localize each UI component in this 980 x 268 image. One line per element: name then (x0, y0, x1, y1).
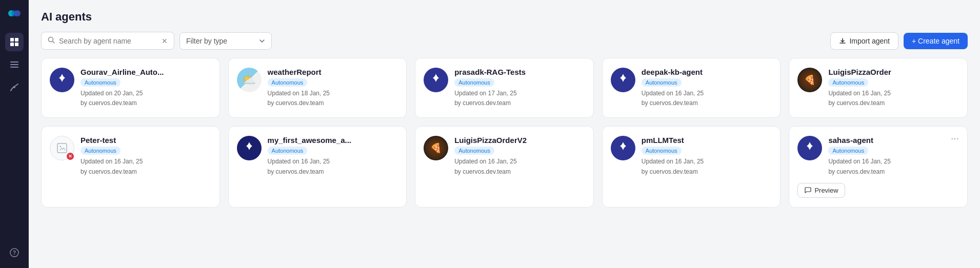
agent-card-header: sahas-agent Autonomous Updated on 16 Jan… (797, 136, 959, 176)
svg-rect-4 (10, 38, 14, 42)
agent-card[interactable]: deepak-kb-agent Autonomous Updated on 16… (602, 58, 781, 118)
agent-meta: Updated on 20 Jan, 25by cuervos.dev.team (81, 89, 211, 108)
agent-meta: Updated on 16 Jan, 25by cuervos.dev.team (642, 157, 772, 176)
agent-info: Peter-test Autonomous Updated on 16 Jan,… (81, 136, 211, 176)
agent-type-badge: Autonomous (828, 147, 868, 155)
toolbar: ✕ Filter by type Import agent + Create a… (41, 32, 968, 50)
agent-card-header: deepak-kb-agent Autonomous Updated on 16… (611, 68, 772, 108)
agent-info: LuigisPizzaOrderV2 Autonomous Updated on… (454, 136, 585, 176)
search-icon (48, 36, 55, 45)
agent-meta: Updated on 16 Jan, 25by cuervos.dev.team (828, 89, 959, 108)
header: AI agents (41, 10, 968, 24)
create-agent-button[interactable]: + Create agent (904, 33, 968, 49)
agent-avatar (237, 136, 262, 160)
agent-card[interactable]: 🍕 LuigisPizzaOrder Autonomous Updated on… (789, 58, 968, 118)
agent-meta: Updated on 18 Jan, 25by cuervos.dev.team (268, 89, 398, 108)
agent-name: LuigisPizzaOrderV2 (454, 136, 585, 145)
agent-type-badge: Autonomous (454, 147, 494, 155)
agent-type-badge: Autonomous (642, 147, 682, 155)
main-content: AI agents ✕ Filter by type (29, 0, 980, 268)
chevron-down-icon (259, 38, 265, 44)
agent-info: Gourav_Airline_Auto... Autonomous Update… (81, 68, 211, 108)
svg-line-15 (53, 42, 55, 44)
agent-type-badge: Autonomous (81, 78, 121, 87)
agent-info: LuigisPizzaOrder Autonomous Updated on 1… (828, 68, 959, 108)
agent-info: weatherReport Autonomous Updated on 18 J… (268, 68, 398, 108)
agent-avatar (797, 136, 822, 160)
sidebar-item-help[interactable]: ? (5, 243, 24, 262)
agent-card[interactable]: my_first_awesome_a... Autonomous Updated… (228, 126, 407, 207)
agent-type-badge: Autonomous (454, 78, 494, 87)
agent-card[interactable]: prasadk-RAG-Tests Autonomous Updated on … (415, 58, 594, 118)
agent-name: Gourav_Airline_Auto... (81, 68, 211, 76)
agent-name: prasadk-RAG-Tests (454, 68, 585, 76)
svg-rect-5 (15, 38, 18, 42)
svg-point-3 (11, 10, 17, 16)
agent-avatar (611, 136, 635, 160)
agent-card-header: ⛅ weatherReport Autonomous Updated on 18… (237, 68, 398, 108)
agent-type-badge: Autonomous (268, 78, 308, 87)
agent-card-header: Gourav_Airline_Auto... Autonomous Update… (50, 68, 211, 108)
agent-meta: Updated on 17 Jan, 25by cuervos.dev.team (454, 89, 585, 108)
page-title: AI agents (41, 10, 92, 24)
agent-type-badge: Autonomous (828, 78, 868, 87)
agent-name: Peter-test (81, 136, 211, 145)
agent-card-header: pmLLMTest Autonomous Updated on 16 Jan, … (611, 136, 772, 176)
agent-card[interactable]: pmLLMTest Autonomous Updated on 16 Jan, … (602, 126, 781, 207)
agent-card-header: my_first_awesome_a... Autonomous Updated… (237, 136, 398, 176)
preview-button[interactable]: Preview (797, 183, 845, 198)
agent-name: weatherReport (268, 68, 398, 76)
agent-avatar (424, 68, 448, 92)
agent-card[interactable]: ✕ Peter-test Autonomous Updated on 16 Ja… (41, 126, 220, 207)
svg-rect-6 (10, 43, 14, 46)
agent-card[interactable]: Gourav_Airline_Auto... Autonomous Update… (41, 58, 220, 118)
agent-card-header: 🍕 LuigisPizzaOrderV2 Autonomous Updated … (424, 136, 585, 176)
agent-avatar: 🍕 (424, 136, 448, 160)
sidebar-item-analytics[interactable] (5, 78, 24, 96)
svg-rect-16 (57, 143, 67, 153)
svg-text:?: ? (13, 250, 16, 256)
sidebar-item-grid[interactable] (5, 33, 24, 51)
agent-card-menu-button[interactable]: ⋯ (949, 133, 961, 145)
agent-card-header: prasadk-RAG-Tests Autonomous Updated on … (424, 68, 585, 108)
agent-meta: Updated on 16 Jan, 25by cuervos.dev.team (81, 157, 211, 176)
import-agent-button[interactable]: Import agent (830, 32, 898, 50)
agent-info: sahas-agent Autonomous Updated on 16 Jan… (828, 136, 959, 176)
svg-rect-8 (10, 61, 18, 63)
agent-avatar (611, 68, 635, 92)
agent-avatar: ✕ (50, 136, 74, 160)
agent-card-header: 🍕 LuigisPizzaOrder Autonomous Updated on… (797, 68, 959, 108)
search-box: ✕ (41, 32, 174, 50)
svg-point-17 (60, 146, 62, 148)
agent-card[interactable]: 🍕 LuigisPizzaOrderV2 Autonomous Updated … (415, 126, 594, 207)
sidebar-item-list[interactable] (5, 55, 24, 74)
agent-info: my_first_awesome_a... Autonomous Updated… (268, 136, 398, 176)
agent-meta: Updated on 16 Jan, 25by cuervos.dev.team (268, 157, 398, 176)
agent-name: deepak-kb-agent (642, 68, 772, 76)
agent-name: LuigisPizzaOrder (828, 68, 959, 76)
agent-type-badge: Autonomous (642, 78, 682, 87)
agent-type-badge: Autonomous (81, 147, 121, 155)
agent-name: my_first_awesome_a... (268, 136, 398, 145)
agent-meta: Updated on 16 Jan, 25by cuervos.dev.team (642, 89, 772, 108)
svg-rect-9 (10, 64, 18, 65)
agent-type-badge: Autonomous (268, 147, 308, 155)
agent-meta: Updated on 16 Jan, 25by cuervos.dev.team (454, 157, 585, 176)
agent-info: prasadk-RAG-Tests Autonomous Updated on … (454, 68, 585, 108)
agent-card[interactable]: ⋯ sahas-agent Autonomous Updated on 16 J… (789, 126, 968, 207)
search-input[interactable] (59, 37, 157, 45)
agent-avatar: 🍕 (797, 68, 822, 92)
svg-rect-10 (10, 67, 18, 68)
agent-meta: Updated on 16 Jan, 25by cuervos.dev.team (828, 157, 959, 176)
svg-point-11 (13, 86, 15, 88)
import-icon (839, 37, 846, 45)
agent-avatar: ⛅ (237, 68, 262, 92)
chat-icon (804, 187, 811, 194)
search-clear-button[interactable]: ✕ (162, 37, 168, 45)
agent-info: pmLLMTest Autonomous Updated on 16 Jan, … (642, 136, 772, 176)
app-logo[interactable] (5, 6, 24, 25)
filter-type-dropdown[interactable]: Filter by type (179, 32, 272, 50)
agent-avatar (50, 68, 74, 92)
agent-name: pmLLMTest (642, 136, 772, 145)
agent-card[interactable]: ⛅ weatherReport Autonomous Updated on 18… (228, 58, 407, 118)
